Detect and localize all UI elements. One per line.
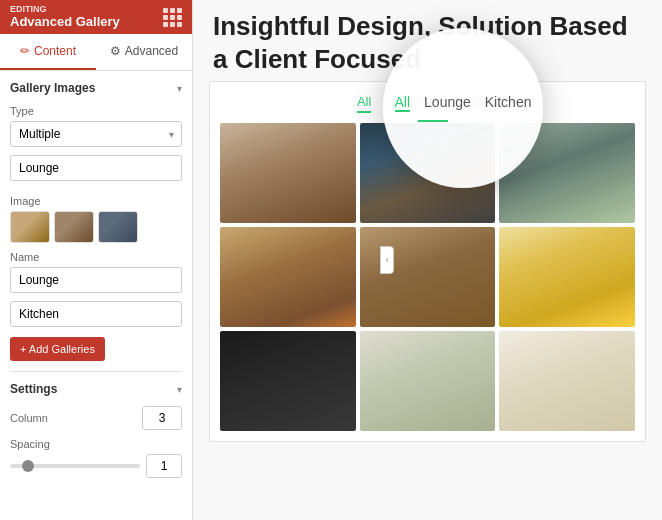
panel-body: Gallery Images ▾ Type Multiple Single ▾ … <box>0 71 192 520</box>
name-label-lounge: Name <box>10 251 182 263</box>
tab-content[interactable]: ✏ Content <box>0 34 96 70</box>
type-select-wrapper: Multiple Single ▾ <box>10 121 182 147</box>
spacing-slider[interactable] <box>10 464 140 468</box>
magnify-tab-all[interactable]: All <box>395 94 411 112</box>
gallery-name-kitchen[interactable]: Kitchen <box>10 301 182 327</box>
chevron-down-icon[interactable]: ▾ <box>177 83 182 94</box>
pencil-icon: ✏ <box>20 44 30 58</box>
tab-content-label: Content <box>34 44 76 58</box>
settings-title: Settings <box>10 382 57 396</box>
left-panel: EDITING Advanced Gallery ✏ Content ⚙ Adv… <box>0 0 193 520</box>
panel-title-group: EDITING Advanced Gallery <box>10 5 120 29</box>
image-thumbs-lounge <box>10 211 182 243</box>
settings-chevron-icon[interactable]: ▾ <box>177 384 182 395</box>
thumb-3[interactable] <box>98 211 138 243</box>
gallery-cell-9[interactable] <box>499 331 635 431</box>
grid-icon[interactable] <box>163 8 182 27</box>
image-label: Image <box>10 195 182 207</box>
type-select[interactable]: Multiple Single <box>10 121 182 147</box>
filter-tab-all[interactable]: All <box>357 94 371 113</box>
gallery-cell-8[interactable] <box>360 331 496 431</box>
gallery-cell-1[interactable] <box>220 123 356 223</box>
editing-label: EDITING <box>10 5 120 14</box>
tab-advanced-label: Advanced <box>125 44 178 58</box>
spacing-field: Spacing <box>10 438 182 478</box>
gallery-cell-6[interactable] <box>499 227 635 327</box>
add-galleries-button[interactable]: + Add Galleries <box>10 337 105 361</box>
panel-header: EDITING Advanced Gallery <box>0 0 192 34</box>
thumb-2[interactable] <box>54 211 94 243</box>
tab-bar: ✏ Content ⚙ Advanced <box>0 34 192 71</box>
magnify-tab-lounge[interactable]: Lounge <box>424 94 471 112</box>
gallery-cell-4[interactable] <box>220 227 356 327</box>
settings-section: Settings ▾ Column Spacing <box>10 382 182 478</box>
collapse-handle[interactable]: ‹ <box>380 246 394 274</box>
type-label: Type <box>10 105 182 117</box>
column-row: Column <box>10 406 182 430</box>
gallery-item-lounge: Lounge Image Name <box>10 155 182 293</box>
gallery-name-lounge[interactable]: Lounge <box>10 155 182 181</box>
magnify-content: All Lounge Kitchen <box>395 94 532 122</box>
thumb-1[interactable] <box>10 211 50 243</box>
column-label: Column <box>10 412 48 424</box>
right-content: Insightful Design, Solution Based a Clie… <box>193 0 662 520</box>
active-tab-underline <box>418 120 448 122</box>
tab-advanced[interactable]: ⚙ Advanced <box>96 34 192 70</box>
magnify-overlay: All Lounge Kitchen <box>383 28 543 188</box>
magnify-filter-tabs: All Lounge Kitchen <box>395 94 532 112</box>
gallery-display-name-lounge[interactable] <box>10 267 182 293</box>
divider <box>10 371 182 372</box>
settings-section-header: Settings ▾ <box>10 382 182 396</box>
gallery-images-title: Gallery Images <box>10 81 95 95</box>
magnify-tab-kitchen[interactable]: Kitchen <box>485 94 532 112</box>
settings-icon: ⚙ <box>110 44 121 58</box>
spacing-input[interactable] <box>146 454 182 478</box>
column-input[interactable] <box>142 406 182 430</box>
spacing-row <box>10 454 182 478</box>
panel-title: Advanced Gallery <box>10 14 120 29</box>
gallery-cell-5[interactable] <box>360 227 496 327</box>
gallery-images-section-header: Gallery Images ▾ <box>10 81 182 95</box>
spacing-label: Spacing <box>10 438 182 450</box>
gallery-cell-7[interactable] <box>220 331 356 431</box>
gallery-item-kitchen: Kitchen <box>10 301 182 327</box>
